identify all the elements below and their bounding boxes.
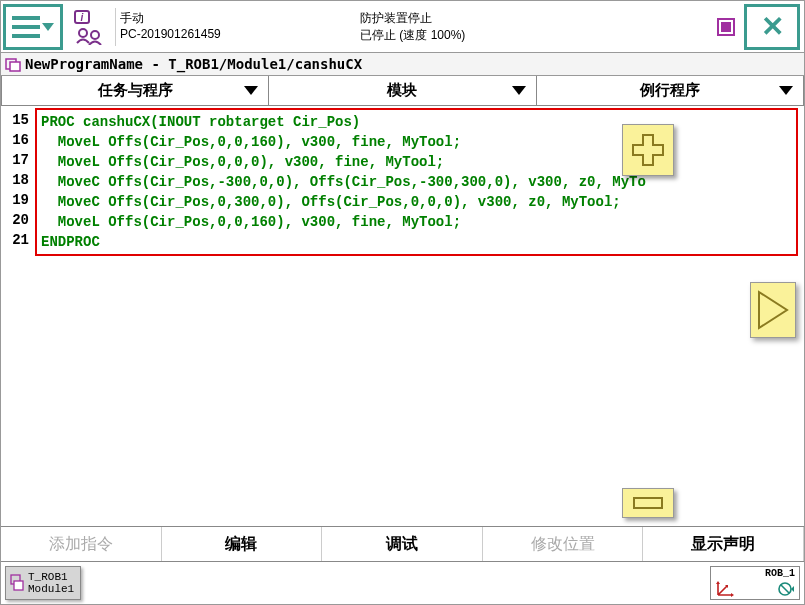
svg-point-2 <box>79 29 87 37</box>
svg-text:i: i <box>81 12 84 23</box>
svg-line-12 <box>781 585 789 593</box>
code-line[interactable]: MoveC Offs(Cir_Pos,-300,0,0), Offs(Cir_P… <box>41 172 792 192</box>
code-line[interactable]: MoveC Offs(Cir_Pos,0,300,0), Offs(Cir_Po… <box>41 192 792 212</box>
edit-button[interactable]: 编辑 <box>162 527 323 561</box>
debug-button[interactable]: 调试 <box>322 527 483 561</box>
run-button[interactable] <box>750 282 796 338</box>
minus-icon <box>628 494 668 512</box>
close-button[interactable]: ✕ <box>744 4 800 50</box>
task-icon <box>10 569 24 597</box>
close-icon: ✕ <box>761 10 784 43</box>
line-number: 20 <box>1 210 29 230</box>
coord-icon <box>715 580 737 598</box>
program-icon <box>5 56 21 72</box>
code-body[interactable]: PROC canshuCX(INOUT robtarget Cir_Pos) M… <box>35 108 798 256</box>
svg-point-3 <box>91 31 99 39</box>
rob-label: ROB_1 <box>715 568 795 579</box>
chevron-down-icon <box>42 23 54 31</box>
task-chip[interactable]: T_ROB1 Module1 <box>5 566 81 600</box>
chevron-down-icon <box>512 86 526 95</box>
guard-label: 防护装置停止 <box>360 10 432 27</box>
main-menu-button[interactable] <box>3 4 63 50</box>
tab-task-program[interactable]: 任务与程序 <box>1 76 269 105</box>
breadcrumb-text: NewProgramName - T_ROB1/Module1/canshuCX <box>25 56 362 72</box>
chevron-down-icon <box>779 86 793 95</box>
svg-rect-10 <box>14 581 23 590</box>
hamburger-icon <box>12 16 40 38</box>
tab-module[interactable]: 模块 <box>269 76 536 105</box>
line-number: 16 <box>1 130 29 150</box>
task-line1: T_ROB1 <box>28 571 74 583</box>
line-number: 19 <box>1 190 29 210</box>
module-icon[interactable] <box>712 17 740 37</box>
jog-icon <box>775 580 795 598</box>
code-line[interactable]: MoveL Offs(Cir_Pos,0,0,0), v300, fine, M… <box>41 152 792 172</box>
tab-routine[interactable]: 例行程序 <box>537 76 804 105</box>
code-editor[interactable]: 15161718192021 PROC canshuCX(INOUT robta… <box>1 106 804 526</box>
code-line[interactable]: MoveL Offs(Cir_Pos,0,0,160), v300, fine,… <box>41 212 792 232</box>
zoom-in-button[interactable] <box>622 124 674 176</box>
show-declaration-button[interactable]: 显示声明 <box>643 527 804 561</box>
line-gutter: 15161718192021 <box>1 106 35 256</box>
line-number: 15 <box>1 110 29 130</box>
code-line[interactable]: MoveL Offs(Cir_Pos,0,0,160), v300, fine,… <box>41 132 792 152</box>
svg-rect-7 <box>10 62 20 71</box>
mode-label: 手动 <box>120 10 360 27</box>
line-number: 17 <box>1 150 29 170</box>
rob-chip[interactable]: ROB_1 <box>710 566 800 600</box>
add-instruction-button[interactable]: 添加指令 <box>1 527 162 561</box>
modify-position-button[interactable]: 修改位置 <box>483 527 644 561</box>
stop-label: 已停止 (速度 100%) <box>360 27 465 44</box>
code-line[interactable]: ENDPROC <box>41 232 792 252</box>
help-icon[interactable]: i <box>67 4 111 50</box>
device-label: PC-201901261459 <box>120 27 360 44</box>
task-line2: Module1 <box>28 583 74 595</box>
line-number: 18 <box>1 170 29 190</box>
breadcrumb: NewProgramName - T_ROB1/Module1/canshuCX <box>1 53 804 76</box>
code-line[interactable]: PROC canshuCX(INOUT robtarget Cir_Pos) <box>41 112 792 132</box>
plus-icon <box>628 130 668 170</box>
status-info: 手动 防护装置停止 PC-201901261459 已停止 (速度 100%) <box>115 8 708 46</box>
chevron-down-icon <box>244 86 258 95</box>
svg-rect-8 <box>634 498 662 508</box>
svg-rect-5 <box>721 22 731 32</box>
zoom-out-button[interactable] <box>622 488 674 518</box>
line-number: 21 <box>1 230 29 250</box>
play-icon <box>755 288 791 332</box>
